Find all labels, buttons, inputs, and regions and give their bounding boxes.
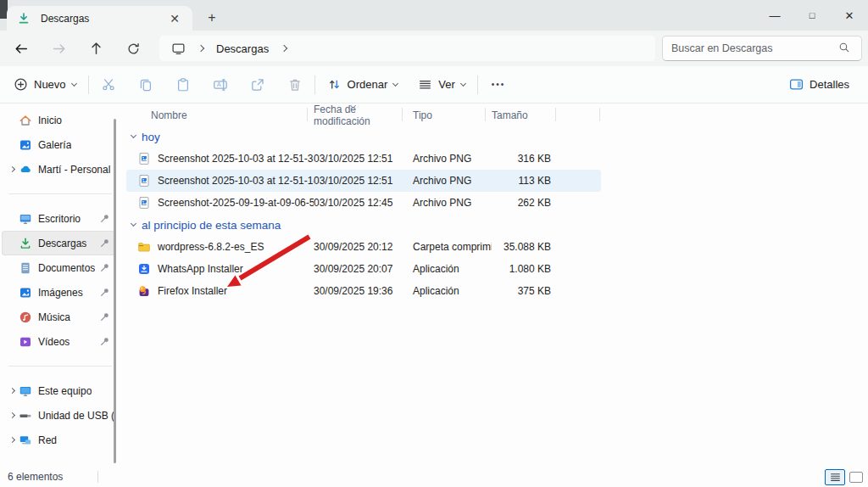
onedrive-icon (19, 163, 32, 176)
details-pane-icon (789, 77, 804, 92)
file-row-screenshot-2025-10-03-at-12-51-33-down[interactable]: Screenshot 2025-10-03 at 12-51-33 Down..… (131, 148, 606, 170)
desktop-icon (19, 212, 32, 226)
sidebar-item-marti-personal[interactable]: Martí - Personal (2, 157, 115, 182)
chevron-down-icon (71, 80, 77, 86)
group-collapse-icon[interactable] (131, 132, 136, 138)
status-bar: 6 elementos (0, 467, 868, 487)
pictures-icon (19, 286, 32, 299)
file-explorer-window: Descargas ✕ + — □ ✕ Descargas Nuevo (0, 0, 868, 487)
breadcrumb[interactable]: Descargas (159, 36, 655, 61)
file-size: 35.088 KB (492, 241, 606, 253)
file-date: 30/09/2025 20:07 (314, 263, 409, 275)
column-header-fecha-de-modificacion[interactable]: Fecha de modificación (314, 104, 409, 127)
chevron-down-icon (460, 80, 466, 86)
view-button[interactable]: Ver (411, 71, 472, 98)
file-row-wordpress-6-8-2-es-es[interactable]: wordpress-6.8.2-es_ES30/09/2025 20:12Car… (131, 236, 606, 258)
monitor-icon (171, 42, 186, 56)
expand-chevron-icon[interactable] (5, 389, 19, 393)
sidebar-item-red[interactable]: Red (2, 428, 115, 452)
share-button[interactable] (243, 71, 272, 98)
sidebar-item-descargas[interactable]: Descargas (2, 231, 115, 255)
new-button-label: Nuevo (34, 78, 66, 91)
file-row-screenshot-2025-09-19-at-09-06-51-log[interactable]: Screenshot-2025-09-19-at-09-06-51-Log...… (131, 192, 606, 214)
sidebar-item-label: Inicio (38, 115, 62, 126)
sidebar-item-este-equipo[interactable]: Este equipo (2, 378, 115, 403)
view-button-label: Ver (438, 78, 455, 91)
more-options-button[interactable]: ••• (483, 80, 515, 89)
expand-chevron-icon[interactable] (5, 413, 19, 417)
tab-descargas[interactable]: Descargas ✕ (7, 6, 192, 31)
view-list-icon (418, 77, 432, 92)
file-name: Screenshot-2025-09-19-at-09-06-51-Log... (158, 197, 314, 209)
file-row-firefox-installer[interactable]: Firefox Installer30/09/2025 19:36Aplicac… (131, 280, 606, 302)
chevron-right-icon[interactable] (281, 45, 287, 52)
sidebar-item-label: Escritorio (38, 213, 81, 225)
new-tab-button[interactable]: + (202, 8, 222, 28)
group-header-al-principio-de-esta-semana[interactable]: al principio de esta semana (131, 214, 606, 236)
expand-chevron-icon[interactable] (5, 438, 19, 442)
search-box[interactable] (662, 36, 862, 61)
file-name: wordpress-6.8.2-es_ES (158, 241, 264, 253)
expand-chevron-icon[interactable] (5, 167, 19, 171)
column-header-tamano[interactable]: Tamaño (492, 109, 606, 121)
details-view-toggle[interactable] (825, 469, 845, 485)
file-name: Screenshot 2025-10-03 at 12-51-14 virtua… (158, 175, 314, 187)
sidebar-item-galeria[interactable]: Galería (2, 132, 115, 157)
minimize-button[interactable]: — (756, 0, 793, 31)
png-file-icon (137, 152, 151, 165)
sidebar-scrollbar[interactable] (114, 119, 116, 463)
paste-button[interactable] (169, 71, 198, 98)
rename-button[interactable]: A (206, 71, 235, 98)
tab-label: Descargas (41, 13, 89, 25)
file-size: 1.080 KB (492, 263, 606, 275)
videos-icon (19, 335, 32, 349)
sidebar-item-label: Unidad de USB ( (38, 410, 114, 422)
navigation-pane: InicioGaleríaMartí - PersonalEscritorioD… (0, 104, 120, 452)
file-row-whatsapp-installer[interactable]: WhatsApp Installer30/09/2025 20:07Aplica… (131, 258, 606, 280)
new-button[interactable]: Nuevo (7, 71, 83, 98)
file-size: 375 KB (492, 285, 606, 297)
group-header-hoy[interactable]: hoy (131, 126, 606, 148)
sidebar-item-musica[interactable]: Música (2, 305, 115, 329)
sidebar-item-label: Música (38, 311, 70, 323)
copy-button[interactable] (131, 71, 160, 98)
column-header-nombre[interactable]: Nombre (131, 109, 314, 121)
file-row-screenshot-2025-10-03-at-12-51-14-virtua[interactable]: Screenshot 2025-10-03 at 12-51-14 virtua… (131, 170, 606, 192)
up-button[interactable] (83, 36, 108, 61)
close-button[interactable]: ✕ (831, 0, 868, 31)
search-icon (838, 42, 853, 56)
refresh-button[interactable] (120, 36, 146, 61)
sidebar-item-documentos[interactable]: Documentos (2, 255, 115, 280)
pin-icon (99, 311, 110, 322)
sidebar-item-label: Vídeos (38, 336, 70, 348)
sidebar-item-videos[interactable]: Vídeos (2, 329, 115, 354)
column-header-tipo[interactable]: Tipo (409, 109, 492, 121)
column-headers: NombreFecha de modificaciónTipoTamaño (131, 104, 606, 126)
sidebar-item-imagenes[interactable]: Imágenes (2, 280, 115, 305)
usb-icon (19, 409, 32, 423)
back-button[interactable] (8, 36, 34, 61)
delete-button[interactable] (281, 71, 309, 98)
sidebar-item-inicio[interactable]: Inicio (2, 108, 115, 132)
sidebar-item-label: Galería (38, 139, 71, 151)
sort-button[interactable]: Ordenar (320, 71, 405, 98)
file-date: 03/10/2025 12:51 (314, 153, 409, 165)
computer-icon (19, 384, 32, 398)
maximize-button[interactable]: □ (793, 0, 831, 31)
pin-icon (99, 262, 110, 273)
group-collapse-icon[interactable] (131, 221, 136, 227)
forward-button[interactable] (46, 36, 71, 61)
details-pane-button[interactable]: Detalles (782, 71, 856, 98)
details-pane-label: Detalles (810, 78, 849, 91)
sidebar-item-unidad-de-usb[interactable]: Unidad de USB ( (2, 403, 115, 428)
sidebar-item-escritorio[interactable]: Escritorio (2, 206, 115, 231)
icons-view-toggle[interactable] (849, 472, 863, 483)
cut-button[interactable] (94, 71, 123, 98)
gallery-icon (19, 138, 32, 152)
tab-close-icon[interactable]: ✕ (165, 10, 184, 27)
sidebar-item-label: Descargas (38, 238, 86, 249)
network-icon (19, 434, 32, 447)
command-toolbar: Nuevo A Ordenar Ver ••• Detalles (0, 66, 868, 104)
breadcrumb-item-descargas[interactable]: Descargas (213, 41, 272, 57)
search-input[interactable] (671, 42, 838, 54)
